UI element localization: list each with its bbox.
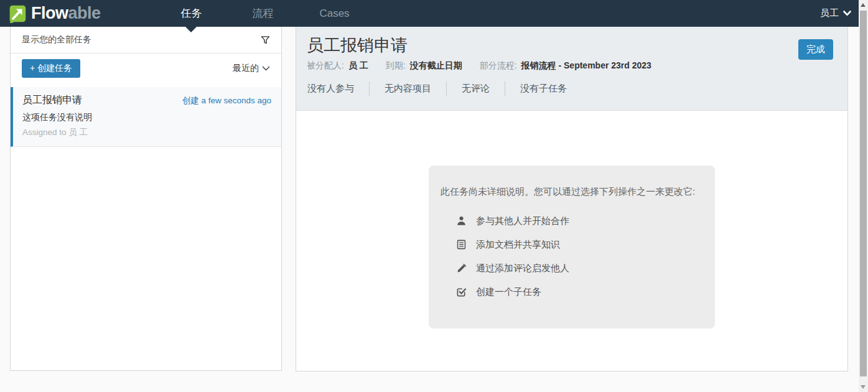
task-item-description: 这项任务没有说明: [22, 112, 271, 123]
status-no-content[interactable]: 无内容项目: [370, 82, 447, 96]
check-square-icon: [455, 286, 467, 298]
assignee-value[interactable]: 员 工: [348, 60, 368, 72]
assignee-label: 被分配人:: [307, 60, 344, 72]
action-label: 通过添加评论启发他人: [476, 263, 569, 274]
due-date-value[interactable]: 没有截止日期: [410, 60, 462, 72]
task-list: 员工报销申请 创建 a few seconds ago 这项任务没有说明 Ass…: [11, 87, 281, 147]
action-label: 创建一个子任务: [476, 286, 541, 298]
task-detail-header: 员工报销申请 完成 被分配人: 员 工 到期: 没有截止日期 部分流程: 报销流…: [296, 27, 847, 111]
pencil-icon: [455, 262, 467, 274]
create-task-button[interactable]: + 创建任务: [22, 59, 80, 78]
scrollbar-thumb[interactable]: [860, 11, 867, 376]
task-list-item[interactable]: 员工报销申请 创建 a few seconds ago 这项任务没有说明 Ass…: [11, 87, 281, 147]
task-meta-row: 被分配人: 员 工 到期: 没有截止日期 部分流程: 报销流程 - Septem…: [307, 60, 836, 72]
task-status-row: 没有人参与 无内容项目 无评论 没有子任务: [307, 82, 836, 96]
task-list-sidebar: 显示您的全部任务 + 创建任务 最近的 员工报销申请 创建 a few seco…: [10, 27, 282, 371]
document-icon: [455, 238, 467, 251]
flowable-logo-icon: [8, 4, 27, 23]
flowable-logo[interactable]: Flowable: [8, 4, 101, 23]
process-value[interactable]: 报销流程 - September 23rd 2023: [521, 60, 651, 72]
action-add-comment[interactable]: 通过添加评论启发他人: [441, 256, 701, 280]
window-scrollbar[interactable]: [859, 0, 868, 392]
task-filter-header: 显示您的全部任务: [11, 27, 281, 54]
scrollbar-down-arrow-icon[interactable]: [861, 385, 866, 389]
task-list-toolbar: + 创建任务 最近的: [11, 54, 281, 83]
top-navbar: Flowable 任务 流程 Cases 员工: [0, 0, 859, 27]
chevron-down-icon: [843, 11, 851, 16]
task-item-assignee: Assigned to 员 工: [22, 127, 271, 138]
sort-label: 最近的: [233, 63, 259, 74]
empty-state-box: 此任务尚未详细说明。您可以通过选择下列操作之一来更改它: 参与其他人并开始合作: [429, 166, 715, 329]
sort-dropdown[interactable]: 最近的: [233, 63, 270, 74]
action-label: 参与其他人并开始合作: [476, 215, 569, 227]
filter-title: 显示您的全部任务: [22, 34, 91, 45]
filter-funnel-icon[interactable]: [261, 35, 270, 45]
user-name: 员工: [820, 7, 839, 19]
brand-able: able: [68, 4, 101, 22]
task-detail-panel: 员工报销申请 完成 被分配人: 员 工 到期: 没有截止日期 部分流程: 报销流…: [296, 27, 848, 371]
action-involve-people[interactable]: 参与其他人并开始合作: [441, 209, 701, 233]
scrollbar-up-arrow-icon[interactable]: [861, 3, 866, 7]
nav-tab-processes[interactable]: 流程: [227, 0, 299, 27]
task-item-title: 员工报销申请: [22, 94, 82, 107]
action-label: 添加文档并共享知识: [476, 239, 560, 251]
active-tab-caret: [185, 27, 197, 32]
brand-text: Flowable: [31, 5, 101, 22]
action-create-subtask[interactable]: 创建一个子任务: [441, 280, 701, 304]
chevron-down-icon: [262, 66, 270, 71]
nav-tabs: 任务 流程 Cases: [156, 0, 370, 27]
task-title: 员工报销申请: [307, 34, 836, 57]
empty-state-actions: 参与其他人并开始合作 添加文档并共享知识 通: [441, 209, 701, 304]
status-no-comments[interactable]: 无评论: [447, 82, 505, 96]
action-add-document[interactable]: 添加文档并共享知识: [441, 233, 701, 256]
brand-flow: Flow: [31, 4, 68, 22]
process-label: 部分流程:: [480, 60, 517, 72]
nav-tab-cases[interactable]: Cases: [299, 0, 370, 27]
status-no-participants[interactable]: 没有人参与: [307, 82, 370, 96]
empty-state-message: 此任务尚未详细说明。您可以通过选择下列操作之一来更改它:: [441, 186, 701, 198]
user-menu[interactable]: 员工: [820, 0, 851, 27]
complete-task-button[interactable]: 完成: [798, 39, 833, 60]
person-icon: [455, 215, 467, 227]
nav-tab-tasks[interactable]: 任务: [156, 0, 227, 27]
status-no-subtasks[interactable]: 没有子任务: [505, 82, 582, 96]
due-date-label: 到期:: [386, 60, 406, 72]
task-item-created-link[interactable]: 创建 a few seconds ago: [182, 95, 271, 106]
